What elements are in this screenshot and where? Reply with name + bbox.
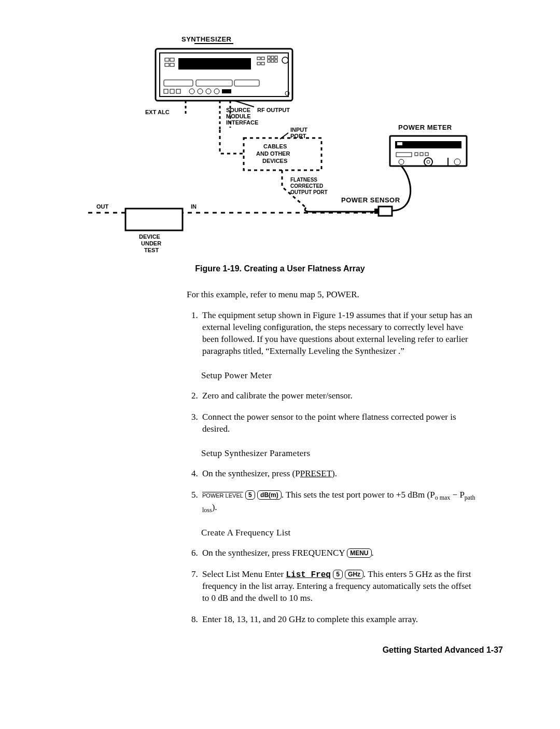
diagram-label: RF OUTPUT [257,107,290,113]
diagram-label: OUT [96,203,109,210]
svg-rect-23 [170,89,174,93]
key-ghz: GHz [345,570,363,579]
softkey-list-freq: List Freq [286,570,330,580]
svg-rect-7 [178,58,251,70]
svg-line-34 [234,101,254,107]
diagram-label: OUTPUT PORT [290,189,328,195]
step-5: POWER LEVEL 5 dB(m). This sets the test … [200,489,477,515]
svg-rect-10 [261,57,264,60]
svg-rect-16 [268,60,270,62]
svg-rect-39 [397,142,402,145]
diagram-label: CABLES [263,143,287,149]
preset-key: PPRESET [295,469,332,478]
svg-rect-12 [261,62,264,65]
subhead-freq-list: Create A Frequency List [201,527,477,539]
svg-rect-24 [176,89,180,93]
svg-point-8 [282,57,288,63]
setup-diagram: SYNTHESIZER EXT ALC SOURCE MODULE INTERF… [83,26,477,258]
text: On the synthesizer, press FREQUENCY [202,548,347,558]
diagram-label: POWER METER [398,123,452,131]
step-6: On the synthesizer, press FREQUENCY MENU… [200,547,477,559]
svg-point-44 [399,159,404,164]
step-1: The equipment setup shown in Figure 1-19… [200,310,477,357]
svg-rect-38 [395,141,461,148]
power-level-key: POWER LEVEL [202,492,243,499]
diagram-label: PORT [290,133,306,139]
diagram-label: DEVICES [262,158,287,164]
svg-rect-19 [164,80,193,86]
diagram-label: UNDER [141,240,161,246]
svg-rect-21 [234,80,259,86]
svg-point-46 [427,160,430,163]
diagram-label: IN [191,203,197,210]
svg-rect-40 [396,153,412,157]
svg-rect-22 [164,89,168,93]
diagram-label: SOURCE [226,107,250,113]
svg-rect-9 [257,57,260,60]
svg-rect-42 [420,153,423,156]
svg-rect-4 [170,58,174,61]
svg-rect-43 [425,153,428,156]
diagram-label: POWER SENSOR [341,196,400,204]
svg-rect-11 [257,62,260,65]
text: . This sets the test port power to +5 dB… [282,490,435,500]
svg-point-25 [189,89,194,94]
svg-rect-20 [196,80,232,86]
svg-rect-5 [165,63,169,66]
step-7: Select List Menu Enter List Freq 5 GHz. … [200,569,477,604]
text: ). [212,502,217,512]
subhead-power-meter: Setup Power Meter [201,370,477,382]
svg-rect-6 [170,63,174,66]
body-text: For this example, refer to menu map 5, P… [187,289,477,626]
svg-rect-18 [275,60,277,62]
diagram-label: INTERFACE [226,119,258,126]
svg-point-28 [214,89,219,94]
text: − P [450,490,465,500]
svg-rect-13 [268,56,270,59]
text: On the synthesizer, press ( [202,469,295,478]
text: . [372,548,374,558]
svg-rect-15 [275,56,277,59]
step-2: Zero and calibrate the power meter/senso… [200,390,477,402]
svg-rect-14 [271,56,274,59]
svg-rect-41 [415,153,418,156]
key-5: 5 [245,490,255,500]
svg-rect-50 [379,207,392,216]
svg-point-47 [454,159,460,165]
diagram-label: EXT ALC [145,109,170,115]
diagram-label: SYNTHESIZER [181,35,232,43]
intro-line: For this example, refer to menu map 5, P… [187,289,477,301]
diagram-label: FLATNESS [290,177,317,183]
svg-rect-53 [125,209,183,230]
subscript: o max [435,494,451,501]
step-4: On the synthesizer, press (PPRESET). [200,468,477,480]
diagram-label: TEST [144,247,159,253]
diagram-label: CORRECTED [290,183,323,189]
diagram-label: AND OTHER [256,150,290,157]
svg-point-45 [424,158,432,166]
svg-point-27 [206,89,211,94]
svg-rect-17 [271,60,274,62]
svg-point-26 [198,89,203,94]
svg-rect-29 [222,89,231,93]
step-8: Enter 18, 13, 11, and 20 GHz to complete… [200,614,477,626]
subhead-synth-params: Setup Synthesizer Parameters [201,448,477,460]
page-footer: Getting Started Advanced 1-37 [47,644,503,656]
key-dbm: dB(m) [257,490,282,500]
step-3: Connect the power sensor to the point wh… [200,411,477,435]
diagram-label: MODULE [226,113,251,119]
svg-rect-37 [390,136,467,166]
svg-rect-3 [165,58,169,61]
diagram-label: INPUT [290,127,307,133]
text: ). [332,469,337,478]
diagram-label: DEVICE [139,233,160,240]
svg-rect-51 [374,209,379,214]
figure-caption: Figure 1-19. Creating a User Flatness Ar… [47,263,513,274]
key-menu: MENU [347,548,371,558]
key-5: 5 [333,570,343,579]
text: Select List Menu Enter [202,569,286,579]
